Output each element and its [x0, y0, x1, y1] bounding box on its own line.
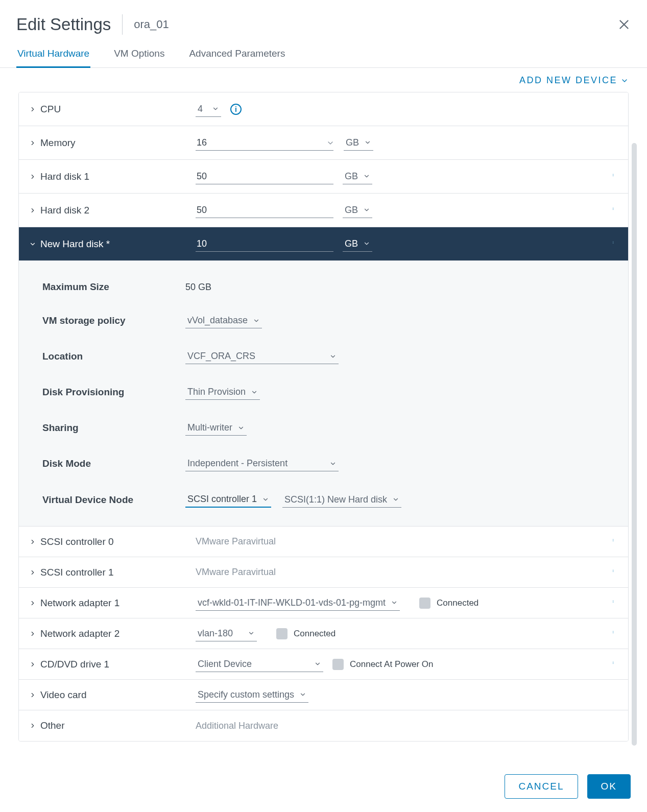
cd-connect-power-on-checkbox[interactable] [332, 659, 344, 670]
svg-point-23 [613, 663, 613, 664]
svg-point-4 [613, 208, 613, 209]
memory-label: Memory [40, 137, 76, 149]
video-settings-select[interactable]: Specify custom settings [196, 687, 308, 703]
svg-point-13 [613, 570, 613, 571]
hd2-unit-select[interactable]: GB [343, 203, 372, 218]
other-value: Additional Hardware [196, 721, 278, 731]
cd-device-select[interactable]: Client Device [196, 657, 323, 672]
info-icon[interactable]: i [230, 104, 242, 115]
tab-vm-options[interactable]: VM Options [113, 44, 165, 67]
hd1-unit-select[interactable]: GB [343, 169, 372, 184]
svg-point-0 [613, 174, 613, 175]
max-size-label: Maximum Size [29, 281, 185, 293]
hd1-label: Hard disk 1 [40, 171, 89, 182]
scsi1-value: VMware Paravirtual [196, 567, 276, 578]
disk-mode-select[interactable]: Independent - Persistent [185, 456, 339, 471]
svg-point-10 [613, 540, 613, 540]
row-network-adapter-1: Network adapter 1 vcf-wkld-01-IT-INF-WKL… [19, 588, 628, 618]
cpu-value: 4 [198, 104, 203, 114]
add-new-device-button[interactable]: ADD NEW DEVICE [519, 75, 629, 86]
svg-point-12 [613, 570, 613, 570]
row-cpu: CPU 4 i [19, 92, 628, 126]
hardware-list: CPU 4 i Memory GB Hard disk 1 [18, 92, 629, 742]
row-cd-dvd: CD/DVD drive 1 Client Device Connect At … [19, 649, 628, 680]
cancel-button[interactable]: CANCEL [505, 774, 578, 799]
chevron-right-icon[interactable] [29, 600, 36, 607]
vdn-slot-value: SCSI(1:1) New Hard disk [284, 494, 387, 505]
disk-prov-label: Disk Provisioning [29, 387, 185, 398]
sharing-label: Sharing [29, 422, 185, 434]
net1-connected-checkbox[interactable] [419, 598, 430, 609]
net1-actions-icon[interactable] [611, 596, 618, 610]
other-label: Other [40, 720, 65, 731]
svg-point-11 [613, 541, 613, 541]
location-value: VCF_ORA_CRS [187, 351, 255, 362]
chevron-down-icon[interactable] [29, 241, 36, 248]
svg-point-21 [613, 662, 613, 662]
hd2-unit: GB [345, 205, 358, 216]
disk-mode-value: Independent - Persistent [187, 458, 287, 469]
chevron-right-icon[interactable] [29, 722, 36, 729]
svg-point-20 [613, 633, 613, 633]
chevron-right-icon[interactable] [29, 691, 36, 699]
scrollbar[interactable] [632, 143, 637, 746]
new-hd-actions-icon[interactable] [611, 237, 618, 251]
row-video-card: Video card Specify custom settings [19, 680, 628, 710]
svg-point-19 [613, 632, 613, 632]
svg-point-14 [613, 571, 613, 572]
chevron-right-icon[interactable] [29, 173, 36, 180]
memory-input[interactable] [196, 135, 333, 151]
svg-point-8 [613, 243, 613, 244]
scsi0-value: VMware Paravirtual [196, 536, 276, 547]
tab-virtual-hardware[interactable]: Virtual Hardware [16, 44, 90, 68]
sharing-select[interactable]: Multi-writer [185, 420, 247, 436]
hd2-label: Hard disk 2 [40, 205, 89, 216]
cd-connect-label: Connect At Power On [350, 659, 433, 670]
scsi0-actions-icon[interactable] [611, 535, 618, 548]
chevron-right-icon[interactable] [29, 207, 36, 214]
hd1-actions-icon[interactable] [611, 170, 618, 183]
svg-point-7 [613, 242, 613, 243]
memory-unit-select[interactable]: GB [344, 135, 373, 151]
svg-point-2 [613, 176, 613, 176]
hd2-actions-icon[interactable] [611, 203, 618, 217]
video-value: Specify custom settings [198, 689, 294, 700]
scsi1-actions-icon[interactable] [611, 565, 618, 579]
net2-connected-checkbox[interactable] [276, 628, 287, 639]
cd-value: Client Device [198, 659, 252, 670]
net2-network-select[interactable]: vlan-180 [196, 626, 257, 641]
new-hd-unit-select[interactable]: GB [343, 236, 372, 252]
ok-button[interactable]: OK [587, 774, 631, 799]
cpu-count-select[interactable]: 4 [196, 102, 221, 117]
dialog-subtitle: ora_01 [134, 18, 169, 31]
tab-advanced-parameters[interactable]: Advanced Parameters [188, 44, 286, 67]
chevron-right-icon[interactable] [29, 538, 36, 545]
location-select[interactable]: VCF_ORA_CRS [185, 349, 339, 364]
row-new-hard-disk: New Hard disk * GB [19, 227, 628, 261]
svg-point-3 [613, 208, 613, 208]
vdn-slot-select[interactable]: SCSI(1:1) New Hard disk [282, 492, 401, 508]
net2-value: vlan-180 [198, 628, 233, 639]
chevron-right-icon[interactable] [29, 139, 36, 147]
storage-policy-value: vVol_database [187, 315, 248, 326]
svg-point-18 [613, 631, 613, 632]
hd1-size-input[interactable] [196, 169, 333, 184]
new-hd-size-input[interactable] [196, 236, 333, 252]
close-icon[interactable] [617, 18, 631, 31]
scsi1-label: SCSI controller 1 [40, 567, 114, 578]
net2-connected-label: Connected [294, 629, 336, 639]
vdn-controller-select[interactable]: SCSI controller 1 [185, 492, 271, 508]
storage-policy-select[interactable]: vVol_database [185, 313, 262, 328]
net1-network-select[interactable]: vcf-wkld-01-IT-INF-WKLD-01-vds-01-pg-mgm… [196, 595, 400, 611]
hd2-size-input[interactable] [196, 203, 333, 218]
cd-actions-icon[interactable] [611, 657, 618, 671]
chevron-right-icon[interactable] [29, 630, 36, 637]
svg-point-6 [613, 242, 613, 242]
row-hard-disk-2: Hard disk 2 GB [19, 194, 628, 227]
memory-unit: GB [346, 137, 359, 148]
chevron-right-icon[interactable] [29, 661, 36, 668]
disk-prov-select[interactable]: Thin Provision [185, 385, 260, 400]
chevron-right-icon[interactable] [29, 569, 36, 576]
chevron-right-icon[interactable] [29, 106, 36, 113]
net2-actions-icon[interactable] [611, 627, 618, 640]
